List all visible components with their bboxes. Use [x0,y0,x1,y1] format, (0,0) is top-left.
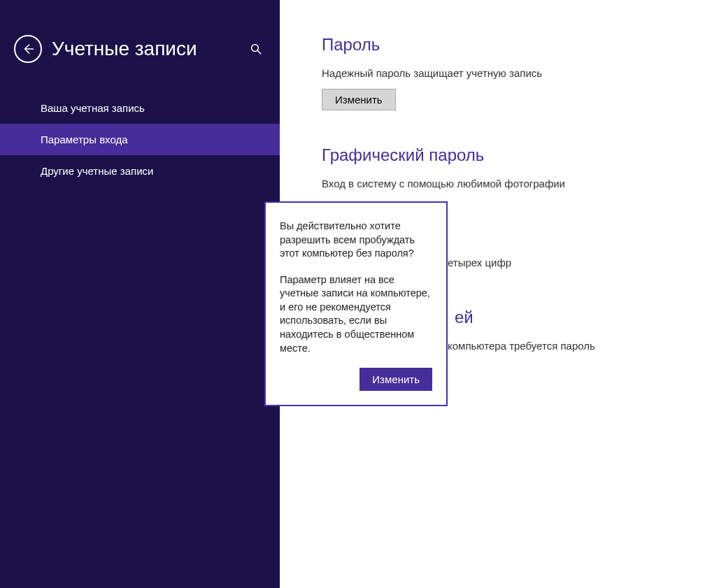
sidebar-item-your-account[interactable]: Ваша учетная запись [0,92,280,124]
section-picture-password: Графический пароль Вход в систему с помо… [322,145,684,189]
svg-line-1 [257,50,261,54]
dialog-text-question: Вы действительно хотите разрешить всем п… [280,220,432,261]
back-button[interactable] [14,35,42,63]
arrow-left-icon [22,43,34,55]
search-button[interactable] [246,39,266,59]
dialog-text-warning: Параметр влияет на все учетные записи на… [280,273,432,355]
sidebar-items: Ваша учетная запись Параметры входа Друг… [0,92,280,187]
sidebar-item-other-accounts[interactable]: Другие учетные записи [0,155,280,187]
section-desc-password: Надежный пароль защищает учетную запись [322,67,684,79]
sidebar-item-label: Ваша учетная запись [41,102,145,114]
section-title-password: Пароль [322,35,684,55]
confirm-dialog: Вы действительно хотите разрешить всем п… [264,201,448,406]
section-password: Пароль Надежный пароль защищает учетную … [322,35,684,110]
sidebar-item-label: Другие учетные записи [41,165,153,177]
sidebar: Учетные записи Ваша учетная запись Парам… [0,0,280,588]
sidebar-header: Учетные записи [0,0,280,84]
dialog-confirm-button[interactable]: Изменить [359,368,432,391]
dialog-actions: Изменить [280,368,432,391]
section-desc-picture: Вход в систему с помощью любимой фотогра… [322,178,684,189]
change-password-button[interactable]: Изменить [322,89,396,110]
section-title-picture: Графический пароль [322,145,684,165]
sidebar-item-signin-options[interactable]: Параметры входа [0,124,280,155]
page-title: Учетные записи [52,38,246,60]
sidebar-item-label: Параметры входа [41,134,128,145]
search-icon [250,43,262,55]
